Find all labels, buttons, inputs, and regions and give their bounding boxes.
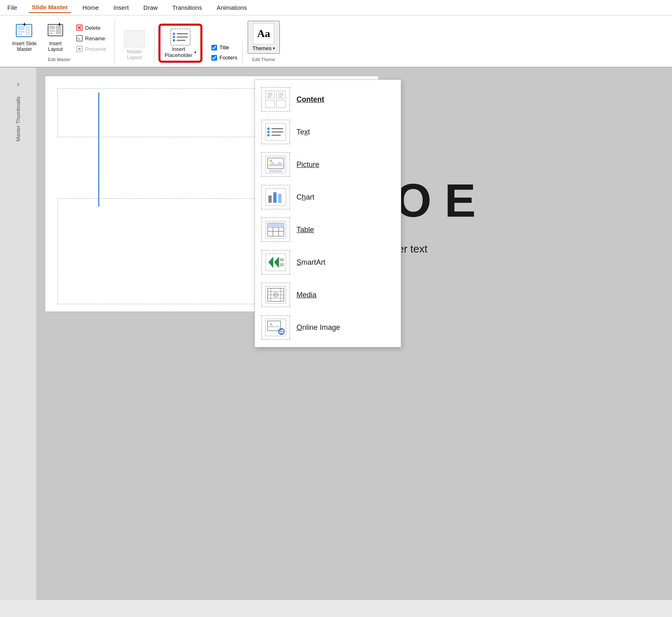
chart-icon bbox=[261, 185, 290, 209]
svg-rect-65 bbox=[280, 258, 284, 261]
footers-label: Footers bbox=[220, 55, 237, 61]
svg-point-47 bbox=[270, 160, 272, 162]
svg-point-78 bbox=[270, 323, 272, 325]
master-layout-group: MasterLayout bbox=[115, 27, 154, 64]
dropdown-item-chart[interactable]: Chart bbox=[255, 181, 401, 213]
insert-placeholder-label: InsertPlaceholder bbox=[165, 46, 193, 58]
dropdown-item-picture[interactable]: Picture bbox=[255, 148, 401, 181]
menu-bar: File Slide Master Home Insert Draw Trans… bbox=[0, 0, 672, 15]
insert-layout-label: InsertLayout bbox=[48, 41, 63, 52]
svg-point-23 bbox=[173, 36, 175, 38]
insert-placeholder-dropdown: Content Text Pic bbox=[255, 79, 401, 347]
small-buttons-col: Delete ✎ Rename Preserve bbox=[72, 23, 110, 54]
dropdown-chart-label: Chart bbox=[296, 193, 314, 202]
smartart-icon bbox=[261, 250, 290, 274]
dropdown-table-label: Table bbox=[296, 226, 314, 234]
media-icon bbox=[261, 283, 290, 307]
dropdown-smartart-label: SmartArt bbox=[296, 258, 325, 267]
dropdown-item-online-image[interactable]: Online Image bbox=[255, 311, 401, 344]
rename-button[interactable]: ✎ Rename bbox=[72, 33, 110, 43]
svg-rect-61 bbox=[279, 223, 284, 227]
svg-rect-59 bbox=[268, 223, 273, 227]
menu-home[interactable]: Home bbox=[79, 2, 102, 13]
svg-rect-9 bbox=[49, 30, 55, 32]
insert-placeholder-icon bbox=[170, 28, 191, 46]
dropdown-item-content[interactable]: Content bbox=[255, 83, 401, 116]
preserve-icon bbox=[76, 45, 83, 53]
insert-slide-master-button[interactable]: Insert SlideMaster bbox=[9, 20, 40, 54]
table-icon bbox=[261, 217, 290, 242]
svg-marker-63 bbox=[268, 257, 273, 268]
svg-marker-64 bbox=[274, 257, 279, 268]
checkboxes-group: Title Footers bbox=[206, 42, 243, 64]
svg-rect-50 bbox=[268, 195, 272, 203]
master-layout-label: MasterLayout bbox=[127, 49, 142, 60]
edit-master-top-row: Insert SlideMaster InsertLayout bbox=[9, 20, 110, 54]
rename-label: Rename bbox=[85, 35, 105, 42]
svg-rect-66 bbox=[280, 263, 284, 266]
svg-rect-10 bbox=[49, 33, 53, 34]
svg-point-41 bbox=[267, 134, 270, 136]
slide-blue-line bbox=[98, 92, 99, 206]
master-layout-icon bbox=[124, 30, 145, 48]
edit-master-label: Edit Master bbox=[48, 57, 71, 62]
svg-rect-77 bbox=[268, 321, 281, 331]
online-image-icon bbox=[261, 315, 290, 340]
footers-checkbox-row: Footers bbox=[211, 55, 237, 61]
insert-placeholder-dropdown-arrow: ▾ bbox=[194, 50, 196, 55]
menu-insert[interactable]: Insert bbox=[110, 2, 132, 13]
edit-theme-label: Edit Theme bbox=[252, 57, 275, 62]
insert-placeholder-group: InsertPlaceholder ▾ bbox=[154, 23, 206, 64]
svg-marker-75 bbox=[275, 294, 277, 296]
svg-rect-51 bbox=[273, 192, 277, 203]
insert-slide-master-label: Insert SlideMaster bbox=[12, 41, 37, 52]
svg-rect-31 bbox=[277, 100, 285, 108]
themes-button[interactable]: Aa Themes ▾ bbox=[248, 21, 280, 54]
dropdown-online-image-label: Online Image bbox=[296, 323, 340, 332]
svg-rect-3 bbox=[18, 33, 22, 35]
svg-rect-28 bbox=[266, 91, 275, 98]
svg-point-24 bbox=[173, 39, 175, 42]
title-label: Title bbox=[220, 44, 229, 51]
insert-slide-master-icon bbox=[15, 21, 34, 41]
dropdown-item-smartart[interactable]: SmartArt bbox=[255, 246, 401, 279]
text-icon bbox=[261, 120, 290, 144]
sidebar-collapse-arrow[interactable]: › bbox=[17, 80, 20, 88]
svg-text:✎: ✎ bbox=[77, 37, 81, 41]
edit-master-group: Insert SlideMaster InsertLayout bbox=[4, 18, 115, 64]
delete-icon bbox=[76, 24, 83, 31]
picture-icon bbox=[261, 152, 290, 177]
dropdown-picture-label: Picture bbox=[296, 160, 319, 169]
svg-point-40 bbox=[267, 131, 270, 133]
preserve-label: Preserve bbox=[85, 46, 106, 52]
insert-layout-button[interactable]: InsertLayout bbox=[42, 20, 68, 54]
dropdown-item-media[interactable]: Media bbox=[255, 279, 401, 311]
svg-rect-48 bbox=[269, 170, 282, 172]
sidebar-label: Master Thumbnails bbox=[15, 97, 21, 141]
svg-point-20 bbox=[78, 48, 81, 50]
master-layout-button[interactable]: MasterLayout bbox=[120, 29, 149, 62]
dropdown-item-table[interactable]: Table bbox=[255, 213, 401, 246]
slide-right-large-text: O E bbox=[395, 173, 476, 227]
menu-file[interactable]: File bbox=[4, 2, 20, 13]
dropdown-item-text[interactable]: Text bbox=[255, 116, 401, 148]
menu-transitions[interactable]: Transitions bbox=[169, 2, 205, 13]
preserve-button[interactable]: Preserve bbox=[72, 44, 110, 54]
sidebar: › Master Thumbnails bbox=[0, 68, 37, 600]
menu-draw[interactable]: Draw bbox=[140, 2, 161, 13]
svg-rect-30 bbox=[266, 100, 275, 108]
title-checkbox[interactable] bbox=[211, 45, 217, 51]
delete-label: Delete bbox=[85, 25, 101, 31]
menu-animations[interactable]: Animations bbox=[213, 2, 250, 13]
svg-rect-29 bbox=[277, 91, 285, 98]
footers-checkbox[interactable] bbox=[211, 55, 217, 61]
svg-point-22 bbox=[173, 33, 175, 35]
delete-button[interactable]: Delete bbox=[72, 23, 110, 33]
themes-icon: Aa bbox=[253, 23, 274, 44]
dropdown-content-label: Content bbox=[296, 95, 324, 104]
title-checkbox-row: Title bbox=[211, 44, 229, 51]
svg-rect-2 bbox=[18, 31, 24, 33]
insert-placeholder-button[interactable]: InsertPlaceholder ▾ bbox=[159, 24, 202, 62]
menu-slide-master[interactable]: Slide Master bbox=[29, 2, 71, 13]
svg-rect-11 bbox=[56, 26, 61, 34]
